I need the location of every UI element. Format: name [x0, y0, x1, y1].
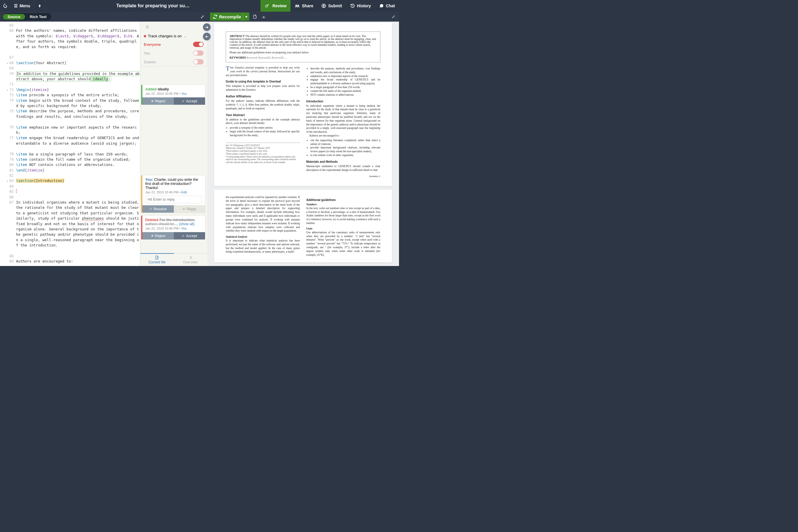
- code-line-86[interactable]: [16, 194, 140, 200]
- line-gutter: 656667▾68697071▾7273747576777879808182▾8…: [0, 22, 16, 266]
- chat-label: Chat: [386, 3, 395, 8]
- editor-mode-pill: Source Rich Text: [3, 13, 51, 20]
- review-panel: Track changes is on ⌄ Everyone You Guest…: [140, 22, 207, 266]
- compile-toolbar: Recompile ▾ ⤢: [207, 12, 399, 22]
- code-line-68[interactable]: \section{Your Abstract}: [16, 60, 140, 65]
- sync-right-button[interactable]: ➜: [203, 23, 211, 31]
- svg-point-2: [298, 5, 299, 6]
- share-button[interactable]: Share: [290, 0, 317, 12]
- code-line-79[interactable]: \item contain the full name of the organ…: [16, 157, 140, 162]
- code-line-75[interactable]: \item describe the purpose, methods and …: [16, 109, 140, 125]
- you-toggle[interactable]: [193, 51, 204, 56]
- recompile-dropdown[interactable]: ▾: [243, 13, 249, 21]
- code-line-71[interactable]: [16, 82, 140, 87]
- pencil-icon: [140, 87, 140, 93]
- everyone-label: Everyone: [144, 42, 161, 47]
- comment-card: You: Charlie, could you write the first …: [142, 175, 205, 213]
- reply-input[interactable]: [145, 196, 202, 203]
- guests-toggle[interactable]: [193, 59, 204, 64]
- code-editor[interactable]: For the authors' names, indicate differe…: [16, 22, 140, 266]
- chevron-down-icon: ⌄: [184, 34, 187, 38]
- menu-label: Menu: [20, 3, 30, 8]
- expand-pdf-icon[interactable]: ⤢: [390, 14, 397, 20]
- code-line-82[interactable]: [16, 173, 140, 178]
- svg-point-0: [265, 5, 267, 7]
- code-line-80[interactable]: \item NOT contain citations or abbreviat…: [16, 162, 140, 167]
- you-label: You: [144, 51, 150, 55]
- download-icon[interactable]: [261, 14, 267, 20]
- review-footer: Current file Overview: [140, 253, 207, 266]
- current-file-tab[interactable]: Current file: [140, 253, 174, 266]
- accept-button[interactable]: ✓ Accept: [174, 232, 205, 240]
- pdf-preview[interactable]: ABSTRACT The abstract should be written …: [207, 22, 399, 266]
- resolve-button[interactable]: ✓ Resolve: [142, 205, 174, 213]
- code-line-65[interactable]: [16, 23, 140, 28]
- track-indicator-icon: [144, 35, 146, 37]
- show-all-link[interactable]: (show all): [179, 222, 194, 226]
- history-label: History: [357, 3, 371, 8]
- sync-left-button[interactable]: ➜: [203, 33, 211, 40]
- svg-point-1: [296, 5, 297, 6]
- everyone-toggle[interactable]: [193, 42, 204, 47]
- edit-link[interactable]: Edit: [182, 190, 187, 194]
- pdf-page-2: the experimental analysis could be repea…: [214, 190, 392, 263]
- code-line-76[interactable]: \item emphasize new or important aspects…: [16, 125, 140, 136]
- code-line-85[interactable]: [16, 189, 140, 194]
- logs-icon[interactable]: [252, 14, 258, 20]
- code-line-69[interactable]: [16, 65, 140, 71]
- code-line-87[interactable]: In individual organisms where a mutant i…: [16, 200, 140, 253]
- recompile-button[interactable]: Recompile: [210, 13, 245, 21]
- overleaf-logo[interactable]: [0, 0, 11, 12]
- reject-button[interactable]: ✕ Reject: [142, 97, 174, 105]
- code-line-84[interactable]: [16, 184, 140, 189]
- review-button[interactable]: Review: [261, 0, 290, 12]
- change-card-deleted: Ab Deleted For the introduction, authors…: [142, 215, 205, 240]
- code-line-70[interactable]: In addition to the guidelines provided i…: [16, 71, 140, 82]
- code-line-83[interactable]: \section{Introduction}: [16, 178, 140, 184]
- svg-rect-4: [146, 26, 149, 28]
- code-line-88[interactable]: [16, 253, 140, 259]
- code-line-72[interactable]: \begin{itemize}: [16, 87, 140, 93]
- track-changes-label[interactable]: Track changes is on ⌄: [144, 34, 187, 38]
- hamburger-icon: ☰: [14, 3, 18, 8]
- review-label: Review: [272, 3, 286, 8]
- code-line-81[interactable]: \end{itemize}: [16, 168, 140, 173]
- code-line-66[interactable]: For the authors' names, indicate differe…: [16, 28, 140, 55]
- code-line-89[interactable]: Authors are encouraged to:: [16, 259, 140, 264]
- expand-editor-icon[interactable]: ⤢: [201, 14, 204, 20]
- project-title[interactable]: Template for preparing your su…: [45, 3, 261, 8]
- submit-button[interactable]: Submit: [317, 0, 346, 12]
- code-line-73[interactable]: \item provide a synopsis of the entire a…: [16, 93, 140, 98]
- pdf-page-1: ABSTRACT The abstract should be written …: [214, 23, 392, 186]
- editor-subbar: Source Rich Text ⤢: [0, 12, 207, 22]
- chat-button[interactable]: Chat: [375, 0, 399, 12]
- share-label: Share: [302, 3, 313, 8]
- change-card-added: Added ideally Jan 22, 2019 10:45 PM • Yo…: [142, 84, 205, 105]
- code-line-78[interactable]: \item be a single paragraph of less than…: [16, 152, 140, 157]
- history-button[interactable]: History: [346, 0, 375, 12]
- code-line-67[interactable]: [16, 55, 140, 60]
- reject-button[interactable]: ✕ Reject: [142, 232, 174, 240]
- strike-icon: Ab: [140, 218, 140, 224]
- menu-button[interactable]: ☰ Menu: [11, 0, 34, 12]
- richtext-tab[interactable]: Rich Text: [25, 14, 51, 20]
- lock-icon: [144, 23, 151, 30]
- top-toolbar: ☰ Menu Template for preparing your su… R…: [0, 0, 399, 12]
- source-tab[interactable]: Source: [3, 14, 25, 20]
- code-line-74[interactable]: \item begin with the broad context of th…: [16, 98, 140, 109]
- accept-button[interactable]: ✓ Accept: [174, 97, 205, 105]
- up-button[interactable]: [34, 0, 45, 12]
- guests-label: Guests: [144, 60, 156, 64]
- submit-label: Submit: [328, 3, 342, 8]
- code-line-77[interactable]: \item engage the broad readership of GEN…: [16, 135, 140, 151]
- overview-tab[interactable]: Overview: [174, 253, 207, 266]
- reply-button[interactable]: ↩ Reply: [174, 205, 205, 213]
